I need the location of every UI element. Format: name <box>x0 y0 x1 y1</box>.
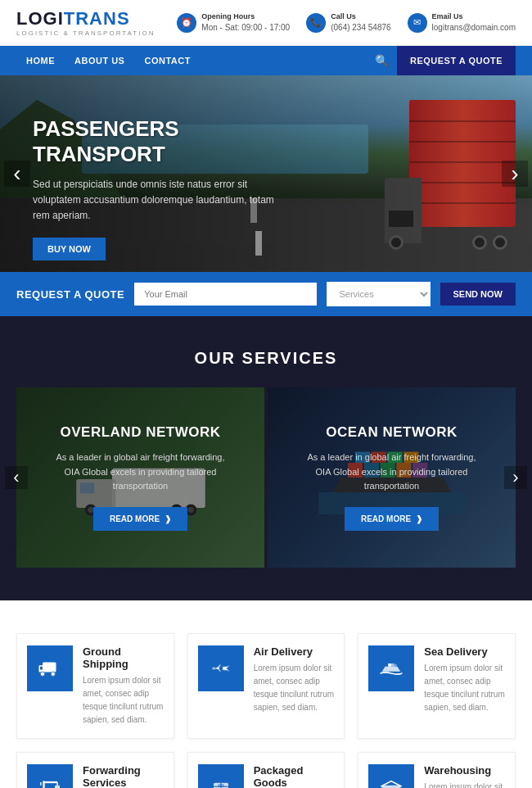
clock-icon: ⏰ <box>177 13 196 33</box>
sea-delivery-title: Sea Delivery <box>424 645 505 658</box>
overland-read-more-button[interactable]: READ MORE ❱ <box>93 507 187 531</box>
hero-prev-arrow[interactable]: ‹ <box>4 161 30 187</box>
logo-title: LOGITRANS <box>16 8 155 29</box>
forwarding-title: Forwarding Services <box>83 764 164 788</box>
plane-icon <box>209 656 233 681</box>
nav-contact[interactable]: CONTACT <box>134 46 200 75</box>
features-grid: Ground Shipping Lorem ipsum dolor sit am… <box>16 633 516 788</box>
service-prev-arrow[interactable]: ‹ <box>5 466 28 489</box>
quote-send-button[interactable]: SEND NOW <box>440 283 516 306</box>
ocean-read-more-button[interactable]: READ MORE ❱ <box>345 507 439 531</box>
air-delivery-text: Air Delivery Lorem ipsum dolor sit amet,… <box>254 645 335 714</box>
contact-phone-text: Call Us (064) 234 54876 <box>331 11 390 34</box>
truck-icon <box>38 656 62 681</box>
svg-rect-26 <box>391 663 394 667</box>
warehousing-icon-box: STORAGE <box>368 764 414 788</box>
phone-icon: 📞 <box>306 13 326 33</box>
forwarding-text: Forwarding Services Lorem ipsum dolor si… <box>83 764 164 788</box>
warehousing-title: Warehousing <box>424 764 505 777</box>
packaged-goods-title: Packaged Goods <box>254 764 335 788</box>
hero-section: PASSENGERS TRANSPORT Sed ut perspiciatis… <box>0 75 532 272</box>
feature-forwarding: Forwarding Services Lorem ipsum dolor si… <box>16 752 174 788</box>
svg-rect-39 <box>218 784 224 786</box>
service-next-arrow[interactable]: › <box>504 466 527 489</box>
contact-phone: 📞 Call Us (064) 234 54876 <box>306 11 390 34</box>
air-delivery-desc: Lorem ipsum dolor sit amet, consec adip … <box>254 662 335 714</box>
services-section: OUR SERVICES ‹ <box>0 316 532 600</box>
feature-packaged-goods: Packaged Goods Lorem ipsum dolor sit ame… <box>187 752 345 788</box>
overland-content: OVERLAND NETWORK As a leader in global a… <box>16 387 264 568</box>
contact-email-text: Email Us logitrans@domain.com <box>432 11 516 34</box>
svg-rect-21 <box>40 667 43 670</box>
warehousing-desc: Lorem ipsum dolor sit amet, consec adip … <box>424 781 505 788</box>
quote-services-select[interactable]: Services Ground Shipping Air Delivery Se… <box>327 282 431 306</box>
contact-email: ✉ Email Us logitrans@domain.com <box>408 11 516 34</box>
nav-quote-button[interactable]: REQUEST A QUOTE <box>397 46 516 75</box>
logo[interactable]: LOGITRANS LOGISTIC & TRANSPORTATION <box>16 8 155 37</box>
sea-delivery-icon-box <box>368 645 414 691</box>
crane-icon <box>38 775 62 788</box>
arrow-right-icon: ❱ <box>165 514 171 523</box>
service-card-ocean: OCEAN NETWORK As a leader in global air … <box>268 387 516 568</box>
package-icon <box>209 775 233 788</box>
ocean-description: As a leader in global air freight forwar… <box>302 451 482 494</box>
svg-rect-27 <box>394 664 397 667</box>
ocean-title: OCEAN NETWORK <box>326 424 457 441</box>
feature-warehousing: STORAGE Warehousing Lorem ipsum dolor si… <box>358 752 516 788</box>
quote-bar: REQUEST A QUOTE Services Ground Shipping… <box>0 272 532 316</box>
svg-point-24 <box>219 667 223 671</box>
search-icon[interactable]: 🔍 <box>367 54 397 67</box>
logo-tagline: LOGISTIC & TRANSPORTATION <box>16 29 155 37</box>
hero-next-arrow[interactable]: › <box>502 161 528 187</box>
sea-delivery-text: Sea Delivery Lorem ipsum dolor sit amet,… <box>424 645 505 714</box>
features-section: Ground Shipping Lorem ipsum dolor sit am… <box>0 600 532 788</box>
svg-rect-25 <box>389 663 392 667</box>
hero-description: Sed ut perspiciatis unde omnis iste natu… <box>33 177 278 224</box>
packaged-goods-text: Packaged Goods Lorem ipsum dolor sit ame… <box>254 764 335 788</box>
overland-description: As a leader in global air freight forwar… <box>51 451 231 494</box>
forwarding-icon-box <box>27 764 73 788</box>
services-title: OUR SERVICES <box>16 349 516 368</box>
quote-email-input[interactable] <box>134 283 316 306</box>
hero-title: PASSENGERS TRANSPORT <box>33 116 278 167</box>
air-delivery-title: Air Delivery <box>254 645 335 658</box>
svg-rect-19 <box>43 663 56 673</box>
quote-bar-label: REQUEST A QUOTE <box>16 288 124 301</box>
ground-shipping-title: Ground Shipping <box>83 645 164 670</box>
header-contact: ⏰ Opening Hours Mon - Sat: 09:00 - 17:00… <box>177 11 516 34</box>
feature-ground-shipping: Ground Shipping Lorem ipsum dolor sit am… <box>16 633 174 739</box>
warehouse-icon: STORAGE <box>379 775 404 788</box>
warehousing-text: Warehousing Lorem ipsum dolor sit amet, … <box>424 764 505 788</box>
svg-point-23 <box>51 672 55 676</box>
nav-home[interactable]: HOME <box>16 46 65 75</box>
air-delivery-icon-box <box>198 645 244 691</box>
service-carousel: ‹ OVERLAND NETWORK <box>16 387 516 568</box>
ship-icon <box>379 656 404 681</box>
contact-hours: ⏰ Opening Hours Mon - Sat: 09:00 - 17:00 <box>177 11 290 34</box>
ocean-content: OCEAN NETWORK As a leader in global air … <box>268 387 516 568</box>
ground-shipping-text: Ground Shipping Lorem ipsum dolor sit am… <box>83 645 164 727</box>
hero-buy-button[interactable]: BUY NOW <box>33 238 106 260</box>
ground-shipping-icon-box <box>27 645 73 691</box>
hero-content: PASSENGERS TRANSPORT Sed ut perspiciatis… <box>33 116 278 260</box>
nav-items: HOME ABOUT US CONTACT <box>16 46 367 75</box>
nav-about[interactable]: ABOUT US <box>65 46 134 75</box>
site-header: LOGITRANS LOGISTIC & TRANSPORTATION ⏰ Op… <box>0 0 532 46</box>
packaged-goods-icon-box <box>198 764 244 788</box>
service-card-overland: OVERLAND NETWORK As a leader in global a… <box>16 387 264 568</box>
sea-delivery-desc: Lorem ipsum dolor sit amet, consec adip … <box>424 662 505 714</box>
overland-title: OVERLAND NETWORK <box>61 424 221 441</box>
svg-point-22 <box>40 672 44 676</box>
contact-hours-text: Opening Hours Mon - Sat: 09:00 - 17:00 <box>201 11 290 34</box>
main-nav: HOME ABOUT US CONTACT 🔍 REQUEST A QUOTE <box>0 46 532 75</box>
email-icon: ✉ <box>408 13 427 33</box>
arrow-right-icon: ❱ <box>416 514 422 523</box>
feature-sea-delivery: Sea Delivery Lorem ipsum dolor sit amet,… <box>358 633 516 739</box>
ground-shipping-desc: Lorem ipsum dolor sit amet, consec adip … <box>83 674 164 727</box>
feature-air-delivery: Air Delivery Lorem ipsum dolor sit amet,… <box>187 633 345 739</box>
